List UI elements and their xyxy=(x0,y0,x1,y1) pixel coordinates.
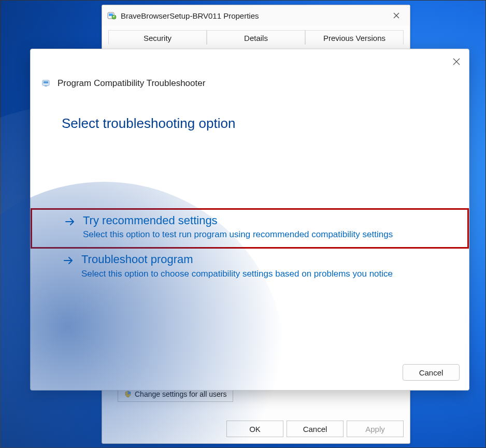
option-try-recommended[interactable]: Try recommended settings Select this opt… xyxy=(31,208,469,249)
properties-titlebar[interactable]: BraveBrowserSetup-BRV011 Properties xyxy=(102,5,410,26)
properties-cancel-button[interactable]: Cancel xyxy=(287,421,344,437)
desktop-background: BraveBrowserSetup-BRV011 Properties Secu… xyxy=(0,0,486,448)
properties-close-button[interactable] xyxy=(385,8,408,23)
wizard-title: Program Compatibility Troubleshooter xyxy=(58,78,205,89)
properties-ok-button[interactable]: OK xyxy=(226,421,283,437)
wizard-heading: Select troubleshooting option xyxy=(62,115,469,132)
troubleshooter-window: Program Compatibility Troubleshooter Sel… xyxy=(30,49,469,391)
svg-rect-4 xyxy=(44,81,48,83)
properties-apply-button[interactable]: Apply xyxy=(347,421,404,437)
wizard-close-button[interactable] xyxy=(449,54,464,69)
wizard-header: Program Compatibility Troubleshooter xyxy=(31,49,469,89)
tab-security[interactable]: Security xyxy=(108,30,207,45)
properties-tabs-row-1: Security Details Previous Versions xyxy=(108,30,404,45)
wizard-footer: Cancel xyxy=(403,364,460,381)
tab-details[interactable]: Details xyxy=(207,30,305,45)
option-subtitle: Select this option to choose compatibili… xyxy=(81,269,393,279)
arrow-right-icon xyxy=(64,216,76,240)
svg-rect-5 xyxy=(45,85,47,86)
properties-title: BraveBrowserSetup-BRV011 Properties xyxy=(121,11,385,20)
change-settings-label: Change settings for all users xyxy=(135,390,226,398)
option-title: Try recommended settings xyxy=(83,214,393,227)
app-icon xyxy=(107,11,117,20)
change-settings-all-users-button[interactable]: Change settings for all users xyxy=(118,386,233,402)
option-troubleshoot-program[interactable]: Troubleshoot program Select this option … xyxy=(31,249,469,286)
option-subtitle: Select this option to test run program u… xyxy=(83,229,393,240)
option-title: Troubleshoot program xyxy=(81,253,393,266)
wizard-cancel-button[interactable]: Cancel xyxy=(403,364,460,381)
tab-previous-versions[interactable]: Previous Versions xyxy=(305,30,404,45)
wizard-option-list: Try recommended settings Select this opt… xyxy=(31,208,469,286)
arrow-right-icon xyxy=(63,255,74,279)
troubleshooter-icon xyxy=(42,79,51,88)
shield-icon xyxy=(124,391,132,398)
